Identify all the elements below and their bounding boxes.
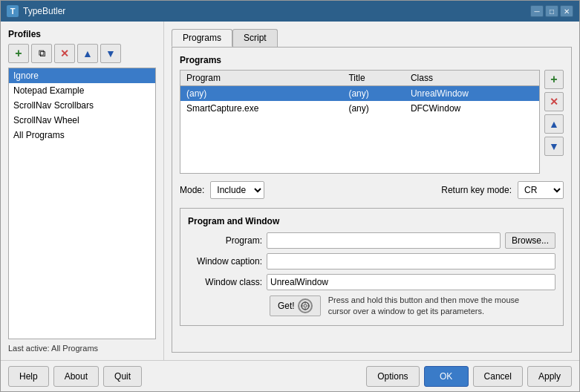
cell-title: (any)	[342, 86, 404, 102]
last-active: Last active: All Programs	[8, 344, 156, 353]
window-caption-label: Window caption:	[188, 256, 262, 267]
return-key-row: Return key mode: CR LF CRLF	[441, 181, 564, 199]
main-content: Profiles + ⧉ ✕ ▲ ▼ Ignore	[1, 22, 579, 360]
list-item[interactable]: Ignore	[9, 68, 155, 83]
window-class-label: Window class:	[188, 277, 262, 287]
delete-icon: ✕	[550, 96, 558, 108]
app-icon: T	[7, 5, 19, 17]
delete-icon: ✕	[60, 48, 69, 59]
col-header-title: Title	[342, 71, 404, 86]
cell-program: SmartCapture.exe	[180, 101, 342, 116]
right-panel: Programs Script Programs Program Title	[164, 22, 579, 360]
minimize-button[interactable]: ─	[530, 5, 544, 17]
programs-section-label: Programs	[180, 55, 564, 65]
help-button[interactable]: Help	[8, 366, 49, 387]
list-item[interactable]: Notepad Example	[9, 83, 155, 98]
left-panel: Profiles + ⧉ ✕ ▲ ▼ Ignore	[1, 22, 164, 360]
profiles-label: Profiles	[8, 29, 156, 39]
return-key-select[interactable]: CR LF CRLF	[518, 181, 564, 199]
mode-select[interactable]: Include Exclude	[210, 181, 264, 199]
window-class-input[interactable]	[267, 274, 555, 290]
move-up-profile-button[interactable]: ▲	[77, 44, 98, 63]
window-caption-row: Window caption:	[188, 253, 555, 270]
col-header-program: Program	[180, 71, 342, 86]
titlebar: T TypeButler ─ □ ✕	[1, 1, 579, 22]
ok-button[interactable]: OK	[424, 366, 469, 387]
tab-bar: Programs Script	[172, 29, 572, 47]
move-up-row-button[interactable]: ▲	[544, 114, 564, 134]
mode-label: Mode:	[180, 185, 204, 195]
copy-profile-button[interactable]: ⧉	[31, 44, 52, 63]
mode-row: Mode: Include Exclude Return key mode: C…	[180, 181, 564, 199]
get-button[interactable]: Get!	[270, 295, 321, 316]
program-row: Program: Browse...	[188, 232, 555, 249]
list-item[interactable]: ScrollNav Wheel	[9, 113, 155, 128]
profiles-toolbar: + ⧉ ✕ ▲ ▼	[8, 44, 156, 63]
titlebar-controls: ─ □ ✕	[530, 5, 573, 17]
program-label: Program:	[188, 235, 262, 246]
cell-program: (any)	[180, 86, 342, 102]
return-key-label: Return key mode:	[441, 185, 512, 195]
table-row[interactable]: (any) (any) UnrealWindow	[180, 86, 539, 102]
move-down-row-button[interactable]: ▼	[544, 137, 564, 156]
tab-programs[interactable]: Programs	[172, 29, 232, 47]
bottom-bar: Help About Quit Options OK Cancel Apply	[1, 360, 579, 391]
add-profile-button[interactable]: +	[8, 44, 29, 63]
profiles-list: Ignore Notepad Example ScrollNav Scrollb…	[8, 68, 156, 339]
copy-icon: ⧉	[39, 48, 45, 59]
cell-class: UnrealWindow	[405, 86, 539, 102]
target-icon	[298, 298, 313, 313]
program-window-section: Program and Window Program: Browse... Wi…	[180, 208, 564, 326]
up-icon: ▲	[82, 48, 93, 59]
programs-table-container: Program Title Class (any) (any) UnrealWi…	[180, 70, 540, 174]
down-icon: ▼	[105, 48, 116, 59]
about-button[interactable]: About	[53, 366, 99, 387]
list-item[interactable]: All Programs	[9, 128, 155, 143]
quit-button[interactable]: Quit	[103, 366, 142, 387]
get-label: Get!	[278, 301, 295, 311]
get-row: Get!	[188, 295, 555, 318]
table-row[interactable]: SmartCapture.exe (any) DFCWindow	[180, 101, 539, 116]
plus-icon: +	[15, 47, 22, 60]
col-header-class: Class	[405, 71, 539, 86]
tab-script[interactable]: Script	[232, 29, 278, 47]
cancel-button[interactable]: Cancel	[473, 366, 523, 387]
browse-button[interactable]: Browse...	[505, 232, 555, 249]
apply-button[interactable]: Apply	[527, 366, 572, 387]
list-item[interactable]: ScrollNav Scrollbars	[9, 98, 155, 113]
tab-content: Programs Program Title Class	[172, 47, 572, 353]
main-window: T TypeButler ─ □ ✕ Profiles + ⧉ ✕	[0, 0, 580, 392]
up-icon: ▲	[549, 118, 559, 130]
last-active-label: Last active:	[8, 344, 50, 353]
table-buttons: + ✕ ▲ ▼	[544, 70, 564, 174]
pw-section-title: Program and Window	[188, 216, 555, 226]
delete-profile-button[interactable]: ✕	[54, 44, 75, 63]
last-active-value: All Programs	[51, 344, 98, 353]
delete-row-button[interactable]: ✕	[544, 92, 564, 111]
maximize-button[interactable]: □	[545, 5, 558, 17]
move-down-profile-button[interactable]: ▼	[100, 44, 121, 63]
window-class-row: Window class:	[188, 274, 555, 290]
plus-icon: +	[550, 73, 557, 86]
options-button[interactable]: Options	[366, 366, 419, 387]
programs-table: Program Title Class (any) (any) UnrealWi…	[180, 71, 539, 116]
programs-area: Program Title Class (any) (any) UnrealWi…	[180, 70, 564, 174]
add-row-button[interactable]: +	[544, 70, 564, 89]
program-input[interactable]	[267, 232, 501, 249]
cell-title: (any)	[342, 101, 404, 116]
window-caption-input[interactable]	[267, 253, 555, 270]
get-hint: Press and hold this button and then move…	[328, 295, 519, 318]
down-icon: ▼	[549, 140, 559, 152]
close-button[interactable]: ✕	[560, 5, 573, 17]
titlebar-left: T TypeButler	[7, 5, 65, 17]
app-title: TypeButler	[23, 6, 65, 16]
svg-point-1	[304, 304, 307, 307]
cell-class: DFCWindow	[405, 101, 539, 116]
